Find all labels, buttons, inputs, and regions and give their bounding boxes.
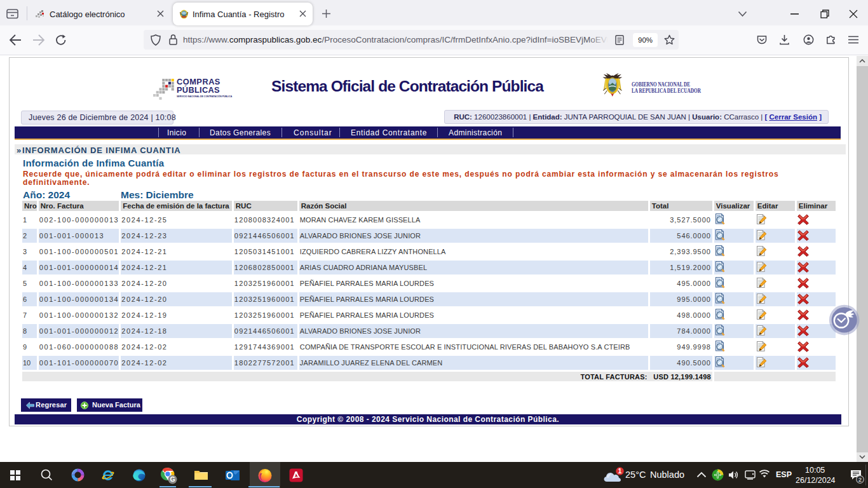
svg-text:LA REPUBLICA DEL ECUADOR: LA REPUBLICA DEL ECUADOR xyxy=(632,88,701,94)
svg-text:2: 2 xyxy=(858,476,862,483)
svg-text:1: 1 xyxy=(618,467,622,475)
svg-text:GOBIERNO NACIONAL DE: GOBIERNO NACIONAL DE xyxy=(632,81,690,88)
svg-text:G: G xyxy=(170,475,175,483)
